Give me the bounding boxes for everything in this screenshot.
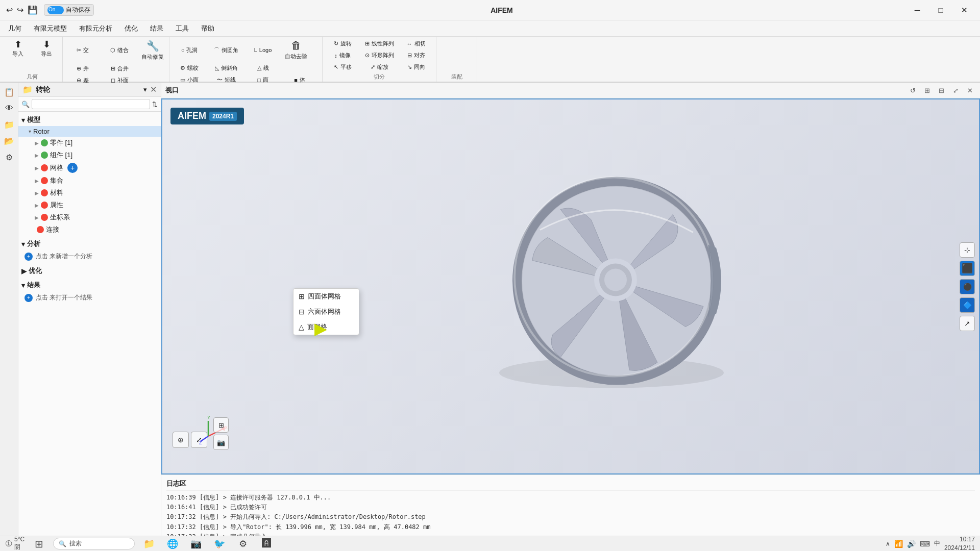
settings-taskbar-button[interactable]: ⚙ xyxy=(234,537,252,550)
parts-item[interactable]: ▶ 零件 [1] xyxy=(18,137,161,149)
union-button[interactable]: ⊕ 并 xyxy=(65,63,101,74)
autosave-toggle[interactable]: 自动保存 xyxy=(44,4,94,16)
auto-remove-button[interactable]: 🗑 自动去除 xyxy=(282,38,310,62)
tetrahedral-label: 四面体网格 xyxy=(308,292,341,301)
app2-icon-button[interactable]: 🅰 xyxy=(257,537,276,550)
linear-array-button[interactable]: ⊞ 线性阵列 xyxy=(361,38,397,49)
sidebar-close-button[interactable]: ✕ xyxy=(150,85,157,94)
redo-icon[interactable]: ↪ xyxy=(15,5,26,15)
align-button[interactable]: ⊟ 对齐 xyxy=(398,49,434,61)
3d-cube-button[interactable]: ⬛ xyxy=(960,261,975,276)
minimize-button[interactable]: ─ xyxy=(905,2,929,18)
viewport[interactable]: AIFEM 2024R1 xyxy=(161,98,980,474)
folder-icon[interactable]: 📁 xyxy=(2,117,16,132)
import-button[interactable]: ⬆ 导入 xyxy=(4,38,32,60)
rotation-tool-button[interactable]: ⊕ xyxy=(173,432,189,448)
hexahedral-mesh-item[interactable]: ⊟ 六面体网格 xyxy=(293,304,359,319)
open-results-action[interactable]: + 点击 来打开一个结果 xyxy=(18,291,161,304)
panel-toggle-icon[interactable]: 📋 xyxy=(2,85,16,99)
optimization-section-header[interactable]: ▶ 优化 xyxy=(18,265,161,277)
auto-repair-button[interactable]: 🔧 自动修复 xyxy=(138,38,167,63)
line-feat-button[interactable]: △ 线 xyxy=(245,62,281,74)
settings-icon[interactable]: ⚙ xyxy=(2,150,16,164)
save-icon[interactable]: 💾 xyxy=(26,5,40,15)
coordinate-item[interactable]: ▶ 坐标系 xyxy=(18,211,161,223)
viewport-close-button[interactable]: ✕ xyxy=(964,84,976,96)
groups-item[interactable]: ▶ 组件 [1] xyxy=(18,149,161,161)
grid-toggle-button[interactable]: ⊞ xyxy=(213,417,229,433)
mesh-add-button[interactable]: + xyxy=(67,163,78,173)
thread-button[interactable]: ⚙ 螺纹 xyxy=(172,62,207,74)
export-button[interactable]: ⬇ 导出 xyxy=(33,38,60,60)
cursor-tool-button[interactable]: ⊹ xyxy=(960,242,975,258)
menu-results[interactable]: 结果 xyxy=(144,22,169,35)
viewport-split-v-button[interactable]: ⊞ xyxy=(921,84,933,96)
split-row-1: ↻ 旋转 ⊞ 线性阵列 ↔ 相切 xyxy=(325,38,434,49)
property-item[interactable]: ▶ 属性 xyxy=(18,199,161,211)
menu-fem-model[interactable]: 有限元模型 xyxy=(28,22,73,35)
toolbar: ⬆ 导入 ⬇ 导出 几何 ✂ 交 ⬡ 缝合 🔧 自动修复 xyxy=(0,37,980,83)
intersect-button[interactable]: ✂ 交 xyxy=(65,44,101,56)
chamfer-button[interactable]: ◺ 倒斜角 xyxy=(208,62,244,74)
viewport-expand-button[interactable]: ⤢ xyxy=(949,84,962,96)
circular-array-button[interactable]: ⊙ 环形阵列 xyxy=(361,49,397,61)
rotate-button[interactable]: ↻ 旋转 xyxy=(325,38,360,49)
viewport-split-h-button[interactable]: ⊟ xyxy=(935,84,947,96)
sidebar-search-input[interactable] xyxy=(32,99,150,109)
merge-button[interactable]: ⊞ 合并 xyxy=(102,63,137,74)
viewport-refresh-button[interactable]: ↺ xyxy=(906,84,919,96)
menu-help[interactable]: 帮助 xyxy=(195,22,220,35)
tray-chevron-icon[interactable]: ∧ xyxy=(886,540,890,547)
taskbar-search[interactable]: 🔍 搜索 xyxy=(53,538,135,549)
camera-button[interactable]: 📷 xyxy=(187,537,205,550)
groups-expand-icon: ▶ xyxy=(35,153,39,158)
translate-button[interactable]: ↖ 平移 xyxy=(325,61,360,73)
undo-icon[interactable]: ↩ xyxy=(4,5,15,15)
3d-view-button[interactable]: 🔷 xyxy=(960,297,975,313)
close-button[interactable]: ✕ xyxy=(952,2,976,18)
add-analysis-action[interactable]: + 点击 来新增一个分析 xyxy=(18,250,161,263)
surface-mesh-item[interactable]: △ 面网格 xyxy=(293,319,359,335)
analysis-section-header[interactable]: ▾ 分析 xyxy=(18,238,161,250)
connection-item[interactable]: 连接 xyxy=(18,223,161,236)
stitch-button[interactable]: ⬡ 缝合 xyxy=(102,44,137,56)
mesh-item[interactable]: ▶ 网格 + xyxy=(18,161,161,174)
view-icon[interactable]: 👁 xyxy=(2,101,16,115)
lang-icon[interactable]: 中 xyxy=(934,539,940,548)
sidebar-collapse-arrow[interactable]: ▾ xyxy=(143,86,147,93)
screenshot-button[interactable]: 📷 xyxy=(213,435,229,450)
mirror-button[interactable]: ↕ 镜像 xyxy=(325,49,360,61)
fillet-button[interactable]: ⌒ 倒圆角 xyxy=(208,44,244,56)
app-icon-button[interactable]: 🐦 xyxy=(210,537,229,550)
rotor-item[interactable]: ▾ Rotor xyxy=(18,126,161,137)
folder2-icon[interactable]: 📂 xyxy=(2,134,16,148)
file-explorer-button[interactable]: 📁 xyxy=(140,537,158,550)
logo-button[interactable]: L Logo xyxy=(245,45,281,55)
maximize-button[interactable]: □ xyxy=(929,2,952,18)
browser-button[interactable]: 🌐 xyxy=(163,537,182,550)
union-icon: ⊕ xyxy=(77,65,81,72)
tangent-button[interactable]: ↔ 相切 xyxy=(398,38,434,49)
network-icon[interactable]: 📶 xyxy=(894,540,903,548)
collection-item[interactable]: ▶ 集合 xyxy=(18,174,161,187)
feature-row-1: ○ 孔洞 ⌒ 倒圆角 L Logo 🗑 自动去除 xyxy=(172,38,320,62)
scale-button[interactable]: ⤢ 缩放 xyxy=(361,61,397,73)
menu-tools[interactable]: 工具 xyxy=(169,22,195,35)
keyboard-icon[interactable]: ⌨ xyxy=(920,540,930,548)
results-section-header[interactable]: ▾ 结果 xyxy=(18,279,161,291)
speaker-icon[interactable]: 🔊 xyxy=(907,540,916,548)
menu-optimize[interactable]: 优化 xyxy=(118,22,144,35)
search-expand-icon[interactable]: ⇅ xyxy=(152,101,158,108)
nav-expand-button[interactable]: ↗ xyxy=(960,316,975,331)
same-dir-button[interactable]: ↘ 同向 xyxy=(398,61,434,73)
import-icon: ⬆ xyxy=(14,40,22,49)
menubar: 几何 有限元模型 有限元分析 优化 结果 工具 帮助 xyxy=(0,20,980,37)
tetrahedral-mesh-item[interactable]: ⊞ 四面体网格 xyxy=(293,289,359,304)
material-item[interactable]: ▶ 材料 xyxy=(18,187,161,199)
start-button[interactable]: ⊞ xyxy=(30,537,48,550)
menu-fem-analysis[interactable]: 有限元分析 xyxy=(73,22,118,35)
hole-button[interactable]: ○ 孔洞 xyxy=(172,44,207,56)
menu-geometry[interactable]: 几何 xyxy=(2,22,28,35)
3d-sphere-button[interactable]: ⚫ xyxy=(960,279,975,294)
model-section-header[interactable]: ▾ 模型 xyxy=(18,114,161,126)
